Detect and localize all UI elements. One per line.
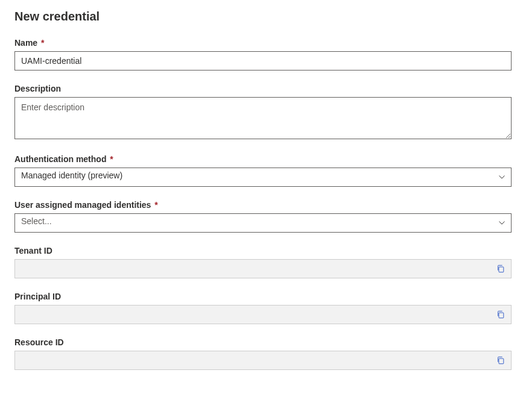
tenant-id-label: Tenant ID xyxy=(14,246,512,255)
tenant-id-label-text: Tenant ID xyxy=(14,246,52,255)
uami-select-wrap: Select... xyxy=(14,213,512,233)
uami-select[interactable]: Select... xyxy=(14,213,512,233)
uami-label: User assigned managed identities * xyxy=(14,200,512,210)
required-star-icon: * xyxy=(41,38,44,48)
field-group-resource-id: Resource ID xyxy=(14,337,512,370)
field-group-description: Description xyxy=(14,84,512,141)
resource-id-copy-button[interactable] xyxy=(495,354,507,366)
copy-icon xyxy=(496,310,505,319)
resource-id-wrap xyxy=(14,351,512,370)
copy-icon xyxy=(496,356,505,365)
name-label-text: Name xyxy=(14,38,37,48)
principal-id-label-text: Principal ID xyxy=(14,292,61,301)
field-group-auth-method: Authentication method * Managed identity… xyxy=(14,154,512,187)
principal-id-label: Principal ID xyxy=(14,292,512,301)
auth-method-label: Authentication method * xyxy=(14,154,512,164)
name-input[interactable] xyxy=(14,51,512,71)
principal-id-copy-button[interactable] xyxy=(495,309,507,321)
name-label: Name * xyxy=(14,38,512,48)
principal-id-input xyxy=(14,305,512,324)
resource-id-input xyxy=(14,351,512,370)
copy-icon xyxy=(496,265,505,273)
tenant-id-wrap xyxy=(14,259,512,278)
page-title: New credential xyxy=(14,10,512,24)
description-input[interactable] xyxy=(14,97,512,139)
required-star-icon: * xyxy=(110,154,113,164)
resource-id-label: Resource ID xyxy=(14,337,512,347)
tenant-id-copy-button[interactable] xyxy=(495,263,507,275)
svg-rect-1 xyxy=(499,313,504,318)
svg-rect-0 xyxy=(499,267,504,272)
auth-method-select[interactable]: Managed identity (preview) xyxy=(14,168,512,187)
field-group-uami: User assigned managed identities * Selec… xyxy=(14,200,512,233)
field-group-name: Name * xyxy=(14,38,512,71)
principal-id-wrap xyxy=(14,305,512,324)
svg-rect-2 xyxy=(499,359,504,364)
field-group-tenant-id: Tenant ID xyxy=(14,246,512,278)
resource-id-label-text: Resource ID xyxy=(14,337,64,347)
required-star-icon: * xyxy=(154,200,157,210)
uami-label-text: User assigned managed identities xyxy=(14,200,151,210)
tenant-id-input xyxy=(14,259,512,278)
auth-method-select-wrap: Managed identity (preview) xyxy=(14,168,512,187)
description-label: Description xyxy=(14,84,512,93)
field-group-principal-id: Principal ID xyxy=(14,292,512,324)
auth-method-label-text: Authentication method xyxy=(14,154,106,164)
description-label-text: Description xyxy=(14,84,61,93)
